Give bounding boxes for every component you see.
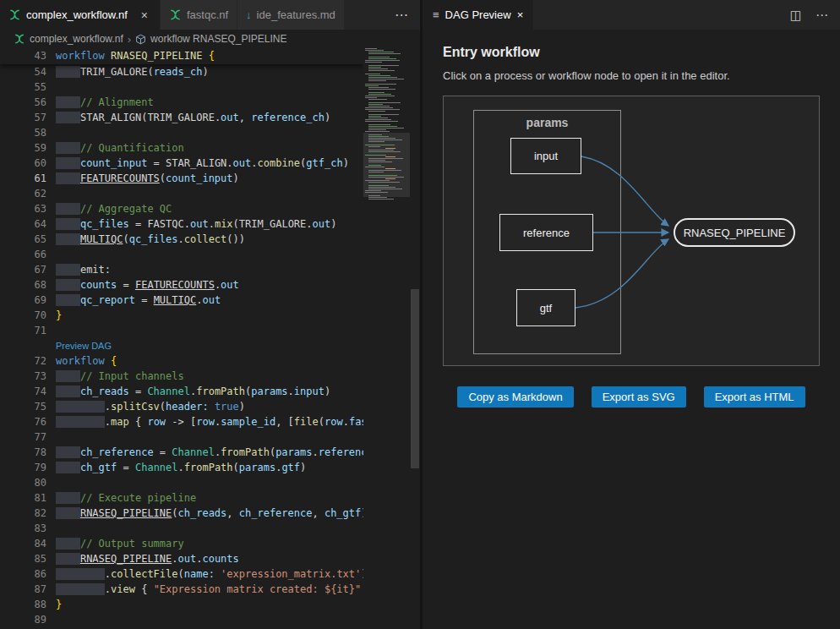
indent-highlight (56, 583, 105, 595)
minimap-line (365, 119, 391, 120)
breadcrumb-file[interactable]: complex_workflow.nf (30, 33, 123, 45)
minimap-line (368, 124, 390, 125)
minimap-line (365, 121, 398, 122)
panel-tab-bar: ≡ DAG Preview × ◫ ⋯ (423, 0, 840, 30)
code-text: MULTIQC(qc_files.collect()) (56, 232, 245, 247)
minimap-line (368, 80, 386, 81)
code-text: RNASEQ_PIPELINE.out.counts (56, 551, 239, 566)
codelens-row: Preview DAG (0, 338, 363, 353)
more-actions-icon[interactable]: ⋯ (383, 7, 420, 23)
minimap-line (365, 48, 377, 49)
line-number: 85 (0, 551, 46, 566)
more-actions-icon[interactable]: ⋯ (815, 8, 828, 23)
line-number: 74 (0, 384, 46, 399)
line-number: 62 (0, 186, 46, 201)
code-line: 65 MULTIQC(qc_files.collect()) (0, 232, 363, 247)
line-number: 89 (0, 612, 46, 627)
preview-icon: ≡ (433, 8, 439, 21)
line-number: 56 (0, 95, 46, 110)
code-text: // Output summary (56, 536, 184, 551)
minimap-line (368, 128, 404, 129)
line-number: 84 (0, 536, 46, 551)
code-text: qc_report = MULTIQC.out (56, 293, 221, 308)
code-line: 88} (0, 597, 363, 612)
line-number: 57 (0, 110, 46, 125)
code-line: 61 FEATURECOUNTS(count_input) (0, 171, 363, 186)
minimap-line (365, 74, 380, 74)
indent-highlight (56, 462, 80, 473)
tab-fastqc[interactable]: fastqc.nf (161, 0, 237, 30)
minimap-line (368, 111, 385, 112)
code-line: 58 (0, 125, 363, 140)
code-line: 86 .collectFile(name: 'expression_matrix… (0, 566, 363, 582)
minimap[interactable] (363, 48, 410, 629)
close-icon[interactable]: × (138, 8, 151, 22)
indent-highlight (56, 142, 80, 154)
code-line: 67 emit: (0, 262, 363, 277)
minimap-line (368, 102, 401, 103)
export-as-svg-button[interactable]: Export as SVG (592, 386, 686, 407)
line-number: 86 (0, 566, 46, 582)
line-number: 60 (0, 156, 46, 171)
code-text: workflow { (56, 353, 117, 369)
line-number: 67 (0, 262, 46, 277)
code-text: counts = FEATURECOUNTS.out (56, 277, 239, 293)
line-number: 69 (0, 293, 46, 308)
indent-highlight (56, 568, 105, 580)
code-text: // Execute pipeline (56, 490, 196, 506)
code-line: 85 RNASEQ_PIPELINE.out.counts (0, 551, 363, 566)
node-reference[interactable]: reference (499, 214, 593, 251)
minimap-line (368, 116, 381, 117)
code-line: 59 // Quantification (0, 140, 363, 156)
line-number (0, 338, 46, 353)
tab-complex-workflow[interactable]: complex_workflow.nf × (0, 0, 161, 30)
split-editor-icon[interactable]: ◫ (790, 8, 802, 23)
code-text: TRIM_GALORE(reads_ch) (56, 64, 209, 79)
node-input[interactable]: input (510, 138, 581, 174)
code-text: RNASEQ_PIPELINE(ch_reads, ch_reference, … (56, 506, 363, 521)
minimap-line (368, 67, 381, 68)
editor-group: complex_workflow.nf × fastqc.nf ↓ ide_fe… (0, 0, 420, 629)
minimap-line (368, 53, 401, 54)
copy-as-markdown-button[interactable]: Copy as Markdown (457, 386, 573, 407)
indent-highlight (56, 279, 80, 291)
scrollbar-thumb[interactable] (411, 289, 419, 468)
minimap-line (368, 89, 395, 90)
minimap-slider[interactable] (363, 133, 410, 197)
minimap-line (368, 65, 399, 66)
indent-highlight (56, 401, 105, 413)
minimap-line (365, 84, 396, 85)
node-gtf[interactable]: gtf (516, 289, 575, 326)
code-text: // Quantification (56, 140, 184, 156)
cube-icon (135, 34, 146, 45)
breadcrumb-symbol[interactable]: workflow RNASEQ_PIPELINE (150, 33, 286, 45)
line-number: 64 (0, 216, 46, 232)
node-rnaseq-pipeline[interactable]: RNASEQ_PIPELINE (674, 218, 795, 247)
minimap-line (368, 57, 390, 57)
nextflow-icon (8, 8, 21, 21)
line-number: 54 (0, 64, 46, 79)
minimap-line (368, 68, 388, 69)
code-editor[interactable]: 43workflow RNASEQ_PIPELINE {54 TRIM_GALO… (0, 48, 363, 629)
code-text: FEATURECOUNTS(count_input) (56, 171, 239, 186)
minimap-line (368, 126, 397, 127)
line-number: 59 (0, 140, 46, 156)
indent-highlight (56, 507, 80, 519)
code-line: 76 .map { row -> [row.sample_id, [file(r… (0, 414, 363, 429)
editor-scrollbar[interactable] (410, 48, 420, 629)
codelens-link[interactable]: Preview DAG (56, 338, 112, 353)
export-as-html-button[interactable]: Export as HTML (704, 386, 805, 407)
code-text: ch_reads = Channel.fromPath(params.input… (56, 384, 330, 399)
minimap-line (365, 97, 377, 98)
code-text: ch_reference = Channel.fromPath(params.r… (56, 445, 363, 460)
indent-highlight (56, 172, 80, 184)
minimap-line (368, 52, 394, 52)
minimap-line (368, 106, 390, 107)
indent-highlight (56, 370, 80, 382)
code-line: 74 ch_reads = Channel.fromPath(params.in… (0, 384, 363, 399)
panel-body: Entry workflow Click on a process or wor… (423, 30, 840, 407)
tab-ide-features[interactable]: ↓ ide_features.md (237, 0, 345, 30)
tab-dag-preview[interactable]: ≡ DAG Preview × (423, 0, 533, 30)
tab-label: fastqc.nf (187, 8, 228, 21)
close-icon[interactable]: × (517, 8, 524, 21)
